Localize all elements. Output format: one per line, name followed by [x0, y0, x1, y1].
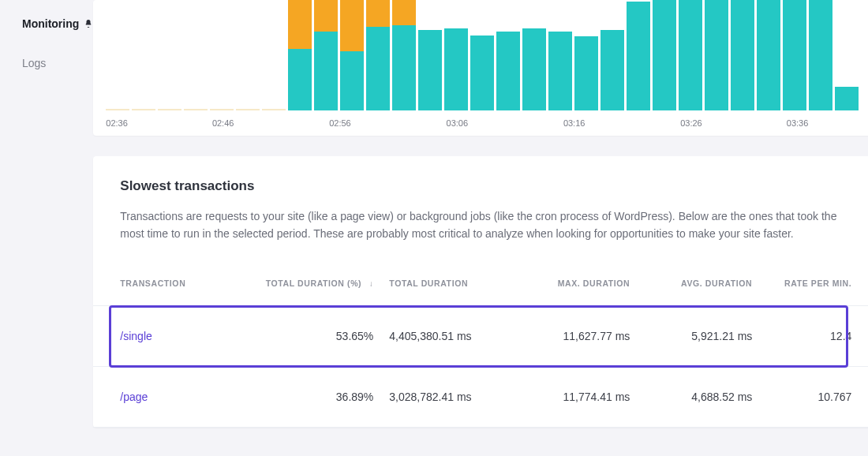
transaction-link[interactable]: /single: [120, 330, 152, 342]
slowest-transactions-table: Transaction Total duration (%) ↓ Total d…: [93, 252, 868, 428]
sidebar-item-logs[interactable]: Logs: [22, 57, 93, 69]
chart-bar[interactable]: [522, 28, 546, 110]
cell-total-pct: 53.65%: [251, 306, 381, 367]
chart-bar[interactable]: [418, 30, 442, 110]
chart-bar[interactable]: [757, 0, 780, 110]
cell-total-dur: 3,028,782.41 ms: [381, 367, 515, 428]
traffic-chart-card: 02:3602:4602:5603:0603:1603:2603:36: [93, 0, 868, 136]
x-tick: 02:46: [212, 118, 234, 128]
cell-total-dur: 4,405,380.51 ms: [381, 306, 515, 367]
main-content: 02:3602:4602:5603:0603:1603:2603:36 Slow…: [93, 0, 868, 456]
sidebar-item-monitoring[interactable]: Monitoring: [22, 17, 93, 30]
chart-bar[interactable]: [653, 0, 676, 110]
x-tick: 03:36: [787, 118, 809, 128]
chart-bar[interactable]: [340, 0, 364, 110]
col-total-dur[interactable]: Total duration: [381, 252, 515, 306]
traffic-chart-plot[interactable]: [106, 0, 866, 110]
col-total-pct[interactable]: Total duration (%) ↓: [251, 252, 381, 306]
chart-bar[interactable]: [470, 36, 494, 110]
chart-bar[interactable]: [444, 28, 468, 110]
chart-bar[interactable]: [731, 0, 754, 110]
card-description: Transactions are requests to your site (…: [120, 208, 851, 242]
chart-bar[interactable]: [548, 32, 572, 110]
cell-avg-dur: 5,921.21 ms: [638, 306, 760, 367]
col-label: Total duration (%): [266, 278, 361, 288]
x-tick: 03:16: [563, 118, 586, 128]
col-avg-dur[interactable]: Avg. duration: [638, 252, 760, 306]
sidebar: Monitoring Logs: [0, 0, 93, 456]
chart-bar[interactable]: [627, 2, 650, 110]
chart-bar[interactable]: [288, 0, 312, 110]
chart-bar[interactable]: [496, 32, 520, 110]
col-max-dur[interactable]: Max. duration: [515, 252, 638, 306]
transaction-link[interactable]: /page: [120, 391, 148, 403]
chart-bar[interactable]: [600, 30, 624, 110]
x-tick: 03:26: [680, 118, 702, 128]
chart-bar[interactable]: [679, 0, 702, 110]
sort-desc-icon: ↓: [369, 279, 374, 288]
bell-icon: [84, 18, 93, 29]
cell-max-dur: 11,774.41 ms: [515, 367, 638, 428]
cell-avg-dur: 4,688.52 ms: [638, 367, 760, 428]
table-row[interactable]: /single53.65%4,405,380.51 ms11,627.77 ms…: [93, 306, 868, 367]
x-tick: 02:36: [106, 118, 128, 128]
col-rpm[interactable]: Rate per min.: [760, 252, 868, 306]
cell-rpm: 12.4: [760, 306, 868, 367]
chart-bar[interactable]: [366, 0, 390, 110]
sidebar-item-label: Logs: [22, 57, 46, 69]
chart-bar[interactable]: [574, 36, 598, 110]
chart-bar[interactable]: [392, 0, 416, 110]
sidebar-item-label: Monitoring: [22, 17, 79, 30]
card-heading: Slowest transactions: [120, 178, 851, 194]
col-transaction[interactable]: Transaction: [93, 252, 251, 306]
x-tick: 02:56: [329, 118, 351, 128]
table-row[interactable]: /page36.89%3,028,782.41 ms11,774.41 ms4,…: [93, 367, 868, 428]
chart-x-axis: 02:3602:4602:5603:0603:1603:2603:36: [106, 110, 866, 133]
cell-rpm: 10.767: [760, 367, 868, 428]
chart-bar[interactable]: [314, 0, 338, 110]
chart-bar[interactable]: [809, 0, 832, 110]
x-tick: 03:06: [447, 118, 469, 128]
chart-bar[interactable]: [705, 0, 728, 110]
cell-max-dur: 11,627.77 ms: [515, 306, 638, 367]
chart-bar[interactable]: [783, 0, 806, 110]
cell-total-pct: 36.89%: [251, 367, 381, 428]
slowest-transactions-card: Slowest transactions Transactions are re…: [93, 156, 868, 428]
chart-bar[interactable]: [835, 87, 859, 110]
